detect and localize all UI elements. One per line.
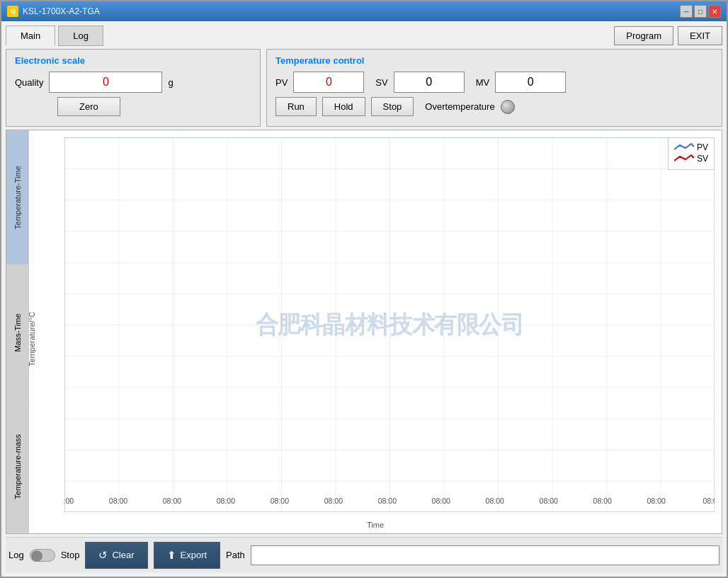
export-icon: ⬆ [167, 549, 176, 562]
side-tab-temperature-mass[interactable]: Temperature-mass [6, 399, 28, 533]
chart-inner: Temperature/°C [29, 130, 722, 533]
electronic-scale-title: Electronic scale [15, 55, 251, 66]
quality-label: Quality [15, 77, 43, 88]
mv-value: 0 [495, 72, 566, 93]
program-button[interactable]: Program [614, 26, 673, 45]
tab-main[interactable]: Main [6, 26, 55, 46]
temperature-control-title: Temperature control [275, 55, 713, 66]
main-window: ⚙ KSL-1700X-A2-TGA ─ □ ✕ Main Log Progra… [0, 0, 728, 578]
title-bar-left: ⚙ KSL-1700X-A2-TGA [7, 6, 100, 17]
export-button[interactable]: ⬆ Export [154, 542, 221, 569]
quality-unit: g [168, 77, 173, 88]
chart-area: Temperature-Time Mass-Time Temperature-m… [6, 130, 722, 534]
svg-text:08:00: 08:00 [163, 497, 181, 506]
svg-text:08:00: 08:00 [647, 497, 666, 506]
chart-svg: 55 50 45 40 35 30 25 20 15 10 5 0 08:00 [64, 137, 715, 512]
toggle-thumb [31, 550, 42, 562]
window-title: KSL-1700X-A2-TGA [23, 6, 100, 16]
temp-buttons-row: Run Hold Stop Overtemperature [275, 97, 713, 116]
log-toggle[interactable] [30, 549, 55, 562]
side-tabs: Temperature-Time Mass-Time Temperature-m… [6, 130, 29, 533]
chart-legend: PV SV [668, 137, 715, 170]
zero-row: Zero [15, 97, 251, 116]
x-axis-label: Time [367, 521, 384, 529]
svg-text:08:00: 08:00 [324, 497, 343, 506]
quality-value: 0 [49, 72, 162, 93]
pv-line-icon [674, 142, 694, 152]
svg-text:08:00: 08:00 [432, 497, 450, 506]
maximize-button[interactable]: □ [694, 5, 707, 18]
path-label: Path [226, 550, 245, 560]
legend-sv: SV [674, 154, 708, 164]
zero-button[interactable]: Zero [57, 97, 120, 116]
main-content: Main Log Program EXIT Electronic scale Q… [1, 21, 727, 577]
path-input[interactable] [251, 545, 720, 565]
sv-value: 0 [394, 72, 465, 93]
svg-text:08:00: 08:00 [271, 497, 289, 506]
electronic-scale-panel: Electronic scale Quality 0 g Zero [6, 49, 261, 127]
side-tab-mass-time[interactable]: Mass-Time [6, 265, 28, 400]
chart-canvas: Temperature/°C [29, 130, 722, 533]
svg-text:08:00: 08:00 [109, 497, 127, 506]
svg-text:08:00: 08:00 [64, 497, 74, 506]
temp-values-row: PV 0 SV 0 MV 0 [275, 72, 713, 93]
stop-button[interactable]: Stop [371, 97, 414, 116]
overtemp-label: Overtemperature [425, 101, 494, 112]
svg-text:08:00: 08:00 [540, 497, 558, 506]
panels-row: Electronic scale Quality 0 g Zero Temper… [6, 49, 722, 127]
pv-label: PV [275, 77, 288, 88]
stop-label: Stop [61, 550, 80, 560]
hold-button[interactable]: Hold [322, 97, 365, 116]
pv-value: 0 [293, 72, 364, 93]
legend-pv-label: PV [697, 142, 708, 152]
svg-text:08:0: 08:0 [703, 497, 715, 506]
clear-icon: ↺ [98, 549, 108, 562]
app-icon: ⚙ [7, 6, 18, 17]
y-axis-label: Temperature/°C [28, 312, 36, 366]
svg-text:08:00: 08:00 [378, 497, 397, 506]
close-button[interactable]: ✕ [708, 5, 721, 18]
top-buttons: Program EXIT [614, 26, 722, 45]
mv-label: MV [476, 77, 490, 88]
sv-label: SV [375, 77, 387, 88]
quality-row: Quality 0 g [15, 72, 251, 93]
top-bar: Main Log Program EXIT [6, 26, 722, 46]
overtemp-indicator [501, 100, 515, 114]
legend-sv-label: SV [697, 154, 708, 164]
clear-label: Clear [112, 550, 134, 560]
legend-pv: PV [674, 142, 708, 152]
run-button[interactable]: Run [275, 97, 317, 116]
side-tab-temperature-time[interactable]: Temperature-Time [6, 130, 28, 265]
svg-text:08:00: 08:00 [593, 497, 612, 506]
bottom-bar: Log Stop ↺ Clear ⬆ Export Path [6, 537, 722, 572]
export-label: Export [181, 550, 207, 560]
svg-text:08:00: 08:00 [217, 497, 235, 506]
minimize-button[interactable]: ─ [680, 5, 693, 18]
title-bar: ⚙ KSL-1700X-A2-TGA ─ □ ✕ [1, 1, 727, 21]
window-controls: ─ □ ✕ [680, 5, 721, 18]
sv-line-icon [674, 154, 694, 164]
log-label: Log [8, 550, 24, 560]
tab-log[interactable]: Log [58, 26, 103, 46]
temperature-control-panel: Temperature control PV 0 SV 0 MV 0 Run H… [266, 49, 722, 127]
clear-button[interactable]: ↺ Clear [85, 542, 147, 569]
svg-text:08:00: 08:00 [486, 497, 504, 506]
exit-button[interactable]: EXIT [678, 26, 722, 45]
svg-text:合肥科晶材料技术有限公司: 合肥科晶材料技术有限公司 [255, 311, 524, 339]
